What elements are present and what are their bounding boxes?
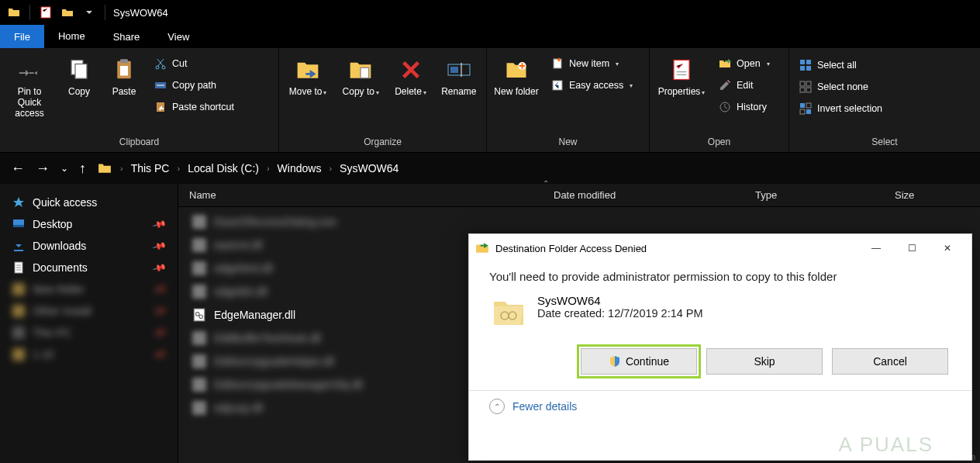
copy-path-button[interactable]: Copy path <box>150 76 237 95</box>
maximize-button[interactable]: ☐ <box>894 234 930 262</box>
paste-button[interactable]: Paste <box>105 51 143 98</box>
easy-access-button[interactable]: Easy access ▾ <box>547 76 636 95</box>
rename-button[interactable]: Rename <box>438 51 480 98</box>
qat-dropdown-icon[interactable] <box>80 3 98 22</box>
paste-shortcut-icon <box>154 101 167 113</box>
invert-icon <box>799 102 813 115</box>
documents-icon <box>12 261 25 274</box>
chevron-right-icon[interactable]: › <box>177 164 180 173</box>
folder-transfer-icon <box>475 241 489 255</box>
copy-to-button[interactable]: Copy to▾ <box>338 51 383 98</box>
new-item-button[interactable]: New item ▾ <box>547 54 636 73</box>
dialog-folder-name: SysWOW64 <box>537 294 703 307</box>
dll-file-icon <box>192 308 206 322</box>
sidebar-quick-access[interactable]: Quick access <box>3 192 174 213</box>
svg-rect-4 <box>120 59 128 63</box>
svg-rect-17 <box>674 60 689 80</box>
properties-button[interactable]: Properties▾ <box>656 51 707 98</box>
dialog-folder-date: Date created: 12/7/2019 2:14 PM <box>537 307 703 320</box>
dialog-title: Destination Folder Access Denied <box>495 243 647 254</box>
crumb-local-disk[interactable]: Local Disk (C:) <box>188 162 259 174</box>
crumb-syswow64[interactable]: SysWOW64 <box>340 162 399 174</box>
minimize-button[interactable]: — <box>858 234 894 262</box>
crumb-this-pc[interactable]: This PC <box>131 162 170 174</box>
tab-home[interactable]: Home <box>44 25 99 48</box>
back-button[interactable]: ← <box>11 161 25 177</box>
fewer-details-label: Fewer details <box>512 400 577 413</box>
chevron-right-icon[interactable]: › <box>267 164 270 173</box>
cut-button[interactable]: Cut <box>150 54 237 73</box>
sidebar-item[interactable]: New folder📌 <box>3 278 174 300</box>
open-icon <box>718 57 732 70</box>
invert-selection-button[interactable]: Invert selection <box>795 99 885 118</box>
svg-rect-19 <box>800 60 805 64</box>
copy-label: Copy <box>68 87 90 98</box>
tab-file[interactable]: File <box>0 25 44 48</box>
ribbon: Pin to Quick access Copy Paste Cut Copy … <box>0 48 980 153</box>
tab-view[interactable]: View <box>154 25 203 48</box>
properties-qat-icon[interactable] <box>36 3 55 22</box>
history-dropdown[interactable]: ⌄ <box>60 163 68 174</box>
delete-button[interactable]: Delete▾ <box>391 51 430 98</box>
fewer-details-toggle[interactable]: ⌃ Fewer details <box>469 391 971 422</box>
group-clipboard: Pin to Quick access Copy Paste Cut Copy … <box>0 48 279 152</box>
svg-rect-22 <box>806 66 811 71</box>
column-type[interactable]: Type <box>744 189 884 201</box>
chevron-right-icon[interactable]: › <box>329 164 332 173</box>
sidebar-item[interactable]: This PC📌 <box>3 322 174 344</box>
paste-icon <box>112 56 136 84</box>
svg-rect-20 <box>806 60 811 64</box>
dialog-message: You'll need to provide administrator per… <box>489 270 951 283</box>
skip-button[interactable]: Skip <box>706 348 823 375</box>
select-all-button[interactable]: Select all <box>795 56 885 74</box>
column-date[interactable]: Date modified <box>543 189 744 201</box>
download-icon <box>12 240 25 252</box>
copy-button[interactable]: Copy <box>60 51 98 98</box>
sidebar-item-label: Downloads <box>33 240 86 252</box>
edit-icon <box>718 79 732 92</box>
easy-access-label: Easy access <box>569 80 623 91</box>
pin-to-quick-access-button[interactable]: Pin to Quick access <box>6 51 53 119</box>
svg-rect-30 <box>806 109 811 114</box>
group-select-label: Select <box>795 135 974 150</box>
select-none-label: Select none <box>817 81 868 92</box>
column-name[interactable]: Name <box>178 189 543 201</box>
copy-icon <box>67 56 91 84</box>
open-button[interactable]: Open ▾ <box>715 54 773 73</box>
folder-icon <box>97 161 112 175</box>
svg-rect-28 <box>806 103 811 108</box>
up-button[interactable]: ↑ <box>79 161 86 177</box>
column-headers: ⌃ Name Date modified Type Size <box>178 184 980 207</box>
sidebar-item[interactable]: 1.10📌 <box>3 344 174 365</box>
select-none-button[interactable]: Select none <box>795 78 885 96</box>
forward-button[interactable]: → <box>36 161 50 177</box>
pin-label: Pin to Quick access <box>6 87 53 119</box>
sidebar-downloads[interactable]: Downloads 📌 <box>3 235 174 257</box>
continue-button[interactable]: Continue <box>581 348 697 375</box>
tab-share[interactable]: Share <box>99 25 154 48</box>
cancel-button[interactable]: Cancel <box>832 348 948 375</box>
close-button[interactable]: ✕ <box>930 234 965 262</box>
folder-icon <box>5 3 23 22</box>
edit-button[interactable]: Edit <box>715 76 773 95</box>
history-label: History <box>737 102 767 112</box>
chevron-right-icon[interactable]: › <box>120 164 123 173</box>
new-folder-qat-icon[interactable] <box>58 3 77 22</box>
svg-rect-32 <box>13 225 24 227</box>
group-open-label: Open <box>656 135 782 150</box>
sidebar-item[interactable]: Other Install📌 <box>3 300 174 322</box>
sidebar-desktop[interactable]: Desktop 📌 <box>3 213 174 235</box>
breadcrumb[interactable]: › This PC › Local Disk (C:) › Windows › … <box>97 161 399 175</box>
list-item[interactable]: EaseOfAccessDialog.exe <box>178 210 980 233</box>
move-to-button[interactable]: Move to▾ <box>285 51 330 98</box>
history-button[interactable]: History <box>715 98 773 116</box>
crumb-windows[interactable]: Windows <box>278 162 322 174</box>
paste-shortcut-button[interactable]: Paste shortcut <box>150 98 237 116</box>
new-folder-button[interactable]: New folder <box>493 51 540 98</box>
column-size[interactable]: Size <box>884 189 980 201</box>
group-new: New folder New item ▾ Easy access ▾ New <box>487 48 650 152</box>
sidebar-documents[interactable]: Documents 📌 <box>3 257 174 278</box>
pin-icon: 📌 <box>152 238 167 254</box>
properties-label: Properties <box>658 86 701 97</box>
move-to-icon <box>295 56 320 84</box>
